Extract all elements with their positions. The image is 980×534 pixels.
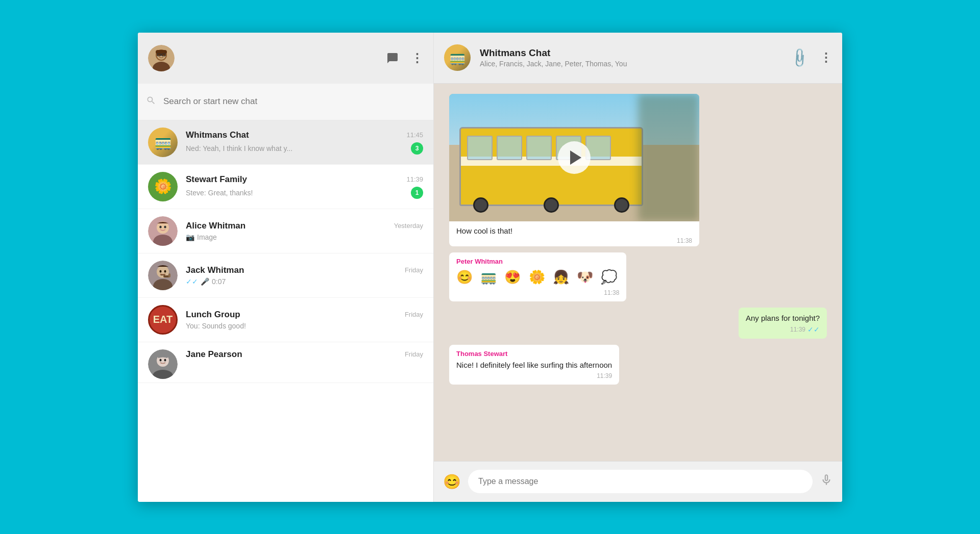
tram-body xyxy=(459,127,643,206)
jack-time: Friday xyxy=(405,266,423,274)
video-thumbnail[interactable] xyxy=(449,94,699,221)
whitmans-avatar: 🚃 xyxy=(148,128,178,157)
alice-time: Yesterday xyxy=(394,222,423,230)
alice-name: Alice Whitman xyxy=(186,221,246,231)
outgoing-message: Any plans for tonight? 11:39 ✓✓ xyxy=(739,308,827,339)
emoji-button[interactable]: 😊 xyxy=(443,473,461,490)
chat-item-whitmans[interactable]: 🚃 Whitmans Chat 11:45 Ned: Yeah, I think… xyxy=(138,120,433,165)
whitmans-preview: Ned: Yeah, I think I know what y... xyxy=(186,144,292,152)
video-caption: How cool is that! 11:38 xyxy=(449,221,699,246)
alice-preview: 📷 Image xyxy=(186,233,217,241)
lunch-avatar: EAT xyxy=(148,305,178,335)
video-time: 11:38 xyxy=(456,237,692,244)
thomas-time: 11:39 xyxy=(456,372,612,379)
chat-header-actions: 📎 ⋮ xyxy=(791,50,832,66)
lunch-time: Friday xyxy=(405,311,423,318)
user-avatar[interactable] xyxy=(148,45,175,71)
search-bar xyxy=(138,84,433,120)
left-header: ⋮ xyxy=(138,33,433,84)
new-chat-icon[interactable] xyxy=(386,52,399,64)
peter-message: Peter Whitman 😊 🚃 😍 🌼 👧 🐶 💭 11:38 xyxy=(449,252,626,301)
stewart-name: Stewart Family xyxy=(186,174,247,185)
peter-sender: Peter Whitman xyxy=(456,258,619,265)
chat-item-lunch[interactable]: EAT Lunch Group Friday You: Sounds good! xyxy=(138,298,433,342)
chat-item-alice[interactable]: Alice Whitman Yesterday 📷 Image xyxy=(138,209,433,253)
right-panel: 🚃 Whitmans Chat Alice, Francis, Jack, Ja… xyxy=(434,33,842,502)
left-panel: ⋮ 🚃 Whitmans Chat 11:45 xyxy=(138,33,434,502)
group-name: Whitmans Chat xyxy=(480,47,782,59)
lunch-info: Lunch Group Friday You: Sounds good! xyxy=(186,310,423,330)
jane-info: Jane Pearson Friday xyxy=(186,349,423,362)
svg-rect-6 xyxy=(156,50,167,54)
jack-preview: ✓✓ 🎤 0:07 xyxy=(186,277,226,286)
play-button[interactable] xyxy=(558,141,591,174)
search-icon xyxy=(146,95,156,108)
jack-avatar xyxy=(148,261,178,290)
message-input[interactable] xyxy=(468,470,813,493)
search-input[interactable] xyxy=(163,96,425,107)
video-message: How cool is that! 11:38 xyxy=(449,94,699,246)
microphone-button[interactable] xyxy=(820,473,833,490)
double-check-icon: ✓✓ xyxy=(186,277,198,286)
outgoing-time: 11:39 ✓✓ xyxy=(746,325,820,334)
jane-avatar xyxy=(148,349,178,379)
outgoing-text: Any plans for tonight? xyxy=(746,313,820,323)
camera-icon: 📷 xyxy=(186,233,194,241)
group-avatar: 🚃 xyxy=(444,44,471,71)
group-members: Alice, Francis, Jack, Jane, Peter, Thoma… xyxy=(480,60,782,68)
menu-icon[interactable]: ⋮ xyxy=(411,51,423,65)
stewart-time: 11:39 xyxy=(406,175,423,183)
message-input-bar: 😊 xyxy=(434,461,842,502)
svg-point-29 xyxy=(160,359,162,361)
whitmans-info: Whitmans Chat 11:45 Ned: Yeah, I think I… xyxy=(186,130,423,155)
stewart-unread: 1 xyxy=(411,187,423,199)
attach-icon[interactable]: 📎 xyxy=(788,46,811,69)
jane-name: Jane Pearson xyxy=(186,349,242,360)
svg-point-21 xyxy=(160,270,162,272)
double-check-sent-icon: ✓✓ xyxy=(807,325,820,334)
whitmans-name: Whitmans Chat xyxy=(186,130,249,140)
thomas-text: Nice! I definitely feel like surfing thi… xyxy=(456,360,612,370)
lunch-name: Lunch Group xyxy=(186,310,240,320)
whitmans-time: 11:45 xyxy=(406,131,423,139)
chat-item-stewart[interactable]: 🌼 Stewart Family 11:39 Steve: Great, tha… xyxy=(138,165,433,209)
peter-time: 11:38 xyxy=(456,289,619,296)
mic-icon: 🎤 xyxy=(201,277,209,286)
chat-header: 🚃 Whitmans Chat Alice, Francis, Jack, Ja… xyxy=(434,33,842,84)
peter-text: 😊 🚃 😍 🌼 👧 🐶 💭 xyxy=(456,267,619,287)
app-container: ⋮ 🚃 Whitmans Chat 11:45 xyxy=(138,33,842,502)
thomas-sender: Thomas Stewart xyxy=(456,350,612,358)
svg-point-16 xyxy=(164,225,166,228)
video-caption-text: How cool is that! xyxy=(456,226,512,235)
svg-point-22 xyxy=(164,270,166,272)
chat-header-info[interactable]: Whitmans Chat Alice, Francis, Jack, Jane… xyxy=(480,47,782,68)
header-icons: ⋮ xyxy=(386,51,423,65)
svg-point-14 xyxy=(158,222,168,233)
jane-time: Friday xyxy=(405,350,423,358)
thomas-message: Thomas Stewart Nice! I definitely feel l… xyxy=(449,345,619,385)
chat-item-jane[interactable]: Jane Pearson Friday xyxy=(138,342,433,383)
alice-info: Alice Whitman Yesterday 📷 Image xyxy=(186,221,423,241)
stewart-info: Stewart Family 11:39 Steve: Great, thank… xyxy=(186,174,423,199)
svg-point-15 xyxy=(159,225,161,228)
chat-list: 🚃 Whitmans Chat 11:45 Ned: Yeah, I think… xyxy=(138,120,433,502)
lunch-preview: You: Sounds good! xyxy=(186,322,246,330)
messages-area: How cool is that! 11:38 Peter Whitman 😊 … xyxy=(434,84,842,461)
svg-point-30 xyxy=(164,359,166,361)
stewart-avatar: 🌼 xyxy=(148,172,178,201)
stewart-preview: Steve: Great, thanks! xyxy=(186,189,253,197)
whitmans-unread: 3 xyxy=(411,142,423,155)
svg-rect-24 xyxy=(168,273,170,277)
chat-menu-icon[interactable]: ⋮ xyxy=(820,50,832,65)
chat-item-jack[interactable]: Jack Whitman Friday ✓✓ 🎤 0:07 xyxy=(138,253,433,298)
jack-info: Jack Whitman Friday ✓✓ 🎤 0:07 xyxy=(186,265,423,286)
jack-name: Jack Whitman xyxy=(186,265,244,275)
play-triangle-icon xyxy=(570,150,581,165)
alice-avatar xyxy=(148,216,178,246)
